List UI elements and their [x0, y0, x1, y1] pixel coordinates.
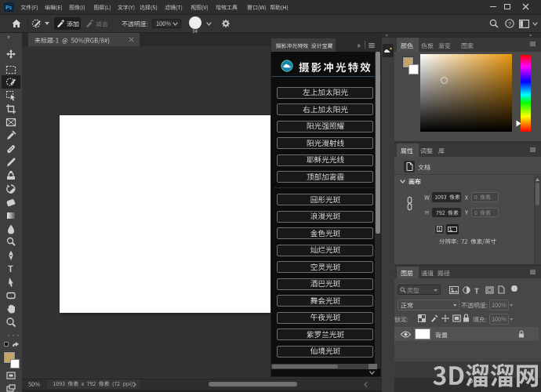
svg-text:?: ?: [508, 20, 512, 27]
